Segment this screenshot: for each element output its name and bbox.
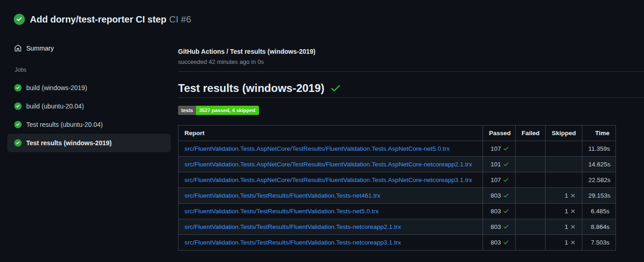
passed-count: 803 xyxy=(490,208,501,215)
sidebar-item-job[interactable]: build (windows-2019) xyxy=(7,79,171,97)
run-status-icon-slot xyxy=(14,14,25,25)
skipped-count: 1 xyxy=(564,239,568,246)
report-link[interactable]: src/FluentValidation.Tests.AspNetCore/Te… xyxy=(184,177,472,183)
skipped-cell xyxy=(546,141,582,157)
run-title: Add dorny/test-reporter CI stepCI #6 xyxy=(30,14,191,25)
report-link[interactable]: src/FluentValidation.Tests.AspNetCore/Te… xyxy=(184,145,450,152)
skipped-cell: 1 xyxy=(546,204,582,219)
passed-cell: 803 xyxy=(483,188,516,204)
column-header-skipped: Skipped xyxy=(546,125,582,141)
skipped-count: 1 xyxy=(564,223,568,230)
skipped-cell xyxy=(546,157,582,172)
table-row: src/FluentValidation.Tests/TestResults/F… xyxy=(178,219,616,235)
tests-badge-label: tests xyxy=(178,106,196,115)
failed-cell xyxy=(516,141,546,157)
passed-cell: 107 xyxy=(483,141,516,157)
column-header-failed: Failed xyxy=(516,125,546,141)
job-label: build (ubuntu-20.04) xyxy=(26,103,84,110)
passed-cell: 107 xyxy=(483,172,516,188)
passed-count: 101 xyxy=(490,161,501,168)
check-icon xyxy=(330,82,341,94)
report-cell: src/FluentValidation.Tests/TestResults/F… xyxy=(178,188,483,204)
report-link[interactable]: src/FluentValidation.Tests/TestResults/F… xyxy=(184,208,379,215)
passed-count: 107 xyxy=(490,177,501,183)
time-cell: 8.864s xyxy=(582,219,616,235)
passed-count: 803 xyxy=(490,192,501,199)
skipped-count: 1 xyxy=(564,192,568,199)
sidebar-item-job[interactable]: Test results (windows-2019) xyxy=(7,134,171,152)
skipped-cell xyxy=(546,172,582,188)
tests-badge-value: 3527 passed, 4 skipped xyxy=(196,106,259,115)
report-link[interactable]: src/FluentValidation.Tests/TestResults/F… xyxy=(184,223,401,230)
sidebar-item-summary[interactable]: Summary xyxy=(7,41,171,56)
jobs-section-label: Jobs xyxy=(15,67,171,73)
sidebar-item-job[interactable]: build (ubuntu-20.04) xyxy=(7,97,171,115)
time-cell: 22.582s xyxy=(582,172,616,188)
skipped-x-icon xyxy=(570,224,576,230)
report-link[interactable]: src/FluentValidation.Tests/TestResults/F… xyxy=(184,239,401,246)
check-circle-icon xyxy=(14,14,25,25)
table-row: src/FluentValidation.Tests/TestResults/F… xyxy=(178,235,616,251)
failed-cell xyxy=(516,157,546,172)
table-row: src/FluentValidation.Tests/TestResults/F… xyxy=(178,188,616,204)
passed-cell: 803 xyxy=(483,204,516,219)
skipped-cell: 1 xyxy=(546,188,582,204)
report-cell: src/FluentValidation.Tests/TestResults/F… xyxy=(178,204,483,219)
skipped-count: 1 xyxy=(564,208,568,215)
passed-check-icon xyxy=(503,192,509,199)
run-header: Add dorny/test-reporter CI stepCI #6 xyxy=(0,0,644,34)
column-header-passed: Passed xyxy=(483,125,516,141)
skipped-x-icon xyxy=(570,193,576,199)
job-sidebar: Summary Jobs build (windows-2019) build … xyxy=(0,34,178,152)
report-title: Test results (windows-2019) xyxy=(178,81,644,98)
tests-badge: tests 3527 passed, 4 skipped xyxy=(178,106,259,115)
report-link[interactable]: src/FluentValidation.Tests/TestResults/F… xyxy=(184,192,380,199)
workflow-run-number: CI #6 xyxy=(169,14,191,24)
failed-cell xyxy=(516,204,546,219)
home-icon xyxy=(14,45,22,52)
time-cell: 11.359s xyxy=(582,141,616,157)
report-cell: src/FluentValidation.Tests/TestResults/F… xyxy=(178,219,483,235)
job-label: build (windows-2019) xyxy=(26,84,87,91)
passed-cell: 803 xyxy=(483,235,516,251)
main-content: GitHub Actions / Test results (windows-2… xyxy=(178,34,644,251)
check-circle-icon xyxy=(14,139,22,147)
passed-check-icon xyxy=(503,161,509,167)
passed-check-icon xyxy=(503,223,509,230)
report-cell: src/FluentValidation.Tests.AspNetCore/Te… xyxy=(178,172,483,188)
jobs-list: build (windows-2019) build (ubuntu-20.04… xyxy=(7,79,171,152)
job-status-line: succeeded 42 minutes ago in 0s xyxy=(178,58,644,66)
job-label: Test results (windows-2019) xyxy=(26,139,112,147)
time-cell: 14.625s xyxy=(582,157,616,172)
failed-cell xyxy=(516,172,546,188)
report-title-text: Test results (windows-2019) xyxy=(178,81,324,95)
passed-check-icon xyxy=(503,145,509,152)
workflow-run-name: Add dorny/test-reporter CI step xyxy=(30,14,167,24)
test-results-table: ReportPassedFailedSkippedTime src/Fluent… xyxy=(178,125,616,251)
passed-check-icon xyxy=(503,208,509,214)
passed-cell: 803 xyxy=(483,219,516,235)
time-cell: 7.503s xyxy=(582,235,616,251)
sidebar-item-job[interactable]: Test results (ubuntu-20.04) xyxy=(7,115,171,134)
skipped-cell: 1 xyxy=(546,219,582,235)
passed-check-icon xyxy=(503,177,509,183)
report-cell: src/FluentValidation.Tests.AspNetCore/Te… xyxy=(178,141,483,157)
passed-check-icon xyxy=(503,239,509,245)
passed-cell: 101 xyxy=(483,157,516,172)
report-link[interactable]: src/FluentValidation.Tests.AspNetCore/Te… xyxy=(184,161,472,168)
sidebar-summary-label: Summary xyxy=(26,45,54,52)
passed-count: 107 xyxy=(490,145,501,152)
table-header-row: ReportPassedFailedSkippedTime xyxy=(178,125,616,141)
check-circle-icon xyxy=(14,103,22,110)
job-header: GitHub Actions / Test results (windows-2… xyxy=(178,47,644,72)
time-cell: 29.153s xyxy=(582,188,616,204)
job-header-title: GitHub Actions / Test results (windows-2… xyxy=(178,47,644,56)
report-cell: src/FluentValidation.Tests/TestResults/F… xyxy=(178,235,483,251)
passed-count: 803 xyxy=(490,223,501,230)
check-circle-icon xyxy=(14,84,22,91)
column-header-report: Report xyxy=(178,125,483,141)
skipped-x-icon xyxy=(570,208,576,214)
table-row: src/FluentValidation.Tests.AspNetCore/Te… xyxy=(178,141,616,157)
failed-cell xyxy=(516,188,546,204)
report-cell: src/FluentValidation.Tests.AspNetCore/Te… xyxy=(178,157,483,172)
